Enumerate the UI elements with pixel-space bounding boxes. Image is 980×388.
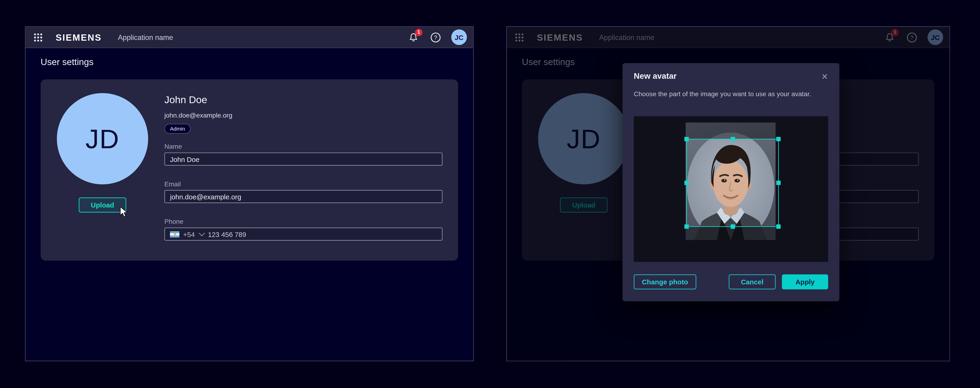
crop-handle-se[interactable]	[776, 224, 781, 229]
profile-info: John Doe john.doe@example.org Admin	[164, 94, 442, 134]
stage: SIEMENS Application name 1 ? JC User set…	[0, 0, 980, 388]
siemens-logo: SIEMENS	[56, 32, 102, 42]
profile-email: john.doe@example.org	[164, 111, 442, 119]
new-avatar-modal: New avatar ✕ Choose the part of the imag…	[622, 63, 839, 301]
cancel-button[interactable]: Cancel	[729, 274, 776, 289]
notifications-button[interactable]: 1	[407, 31, 419, 43]
profile-card: JD Upload John Doe john.doe@example.org …	[41, 80, 458, 261]
close-icon[interactable]: ✕	[819, 72, 830, 82]
app-launcher-icon[interactable]	[33, 32, 43, 42]
email-field-row: Email	[164, 180, 442, 203]
modal-description: Choose the part of the image you want to…	[634, 89, 821, 98]
crop-handle-s[interactable]	[730, 224, 735, 229]
crop-handle-nw[interactable]	[684, 137, 689, 141]
email-label: Email	[164, 180, 442, 188]
avatar-crop-area	[634, 116, 828, 262]
user-settings-window: SIEMENS Application name 1 ? JC User set…	[25, 26, 474, 361]
app-header: SIEMENS Application name 1 ? JC	[25, 27, 473, 48]
phone-input[interactable]: +54 123 456 789	[164, 227, 442, 240]
role-badge: Admin	[164, 124, 191, 134]
user-settings-window-dimmed: SIEMENS Application name 1 ? JC User set…	[506, 26, 950, 361]
crop-selection-box[interactable]	[686, 139, 779, 227]
phone-label: Phone	[164, 218, 442, 225]
user-avatar-button[interactable]: JC	[451, 29, 467, 45]
application-name: Application name	[118, 33, 173, 41]
crop-dim-top	[686, 122, 776, 139]
phone-field-row: Phone +54 123 456 789	[164, 218, 442, 241]
phone-number-value: 123 456 789	[208, 230, 246, 238]
crop-handle-w[interactable]	[684, 181, 689, 185]
help-circle-icon: ?	[430, 32, 441, 43]
crop-dim-bottom	[686, 227, 776, 240]
change-photo-button[interactable]: Change photo	[634, 274, 696, 289]
modal-title: New avatar	[634, 72, 677, 81]
email-input[interactable]	[164, 190, 442, 203]
mouse-cursor-icon	[119, 206, 128, 218]
modal-header: New avatar ✕	[622, 63, 839, 82]
name-label: Name	[164, 142, 442, 150]
crop-handle-sw[interactable]	[684, 224, 689, 229]
help-button[interactable]: ?	[430, 32, 441, 43]
profile-avatar: JD	[57, 93, 148, 184]
svg-text:?: ?	[434, 34, 437, 40]
modal-button-row: Change photo Cancel Apply	[634, 274, 828, 289]
crop-handle-e[interactable]	[776, 181, 781, 185]
crop-handle-n[interactable]	[730, 137, 735, 141]
profile-form: Name Email Phone +54 123 456 789	[164, 142, 442, 255]
screenshot-canvas: SIEMENS Application name 1 ? JC User set…	[0, 0, 980, 388]
name-input[interactable]	[164, 153, 442, 165]
notification-count-badge: 1	[415, 29, 422, 36]
page-title: User settings	[41, 57, 94, 67]
crop-handle-ne[interactable]	[776, 137, 781, 141]
argentina-flag-icon	[170, 231, 179, 237]
name-field-row: Name	[164, 142, 442, 165]
profile-name: John Doe	[164, 94, 442, 105]
apply-button[interactable]: Apply	[782, 274, 828, 289]
dial-code-select[interactable]: +54	[183, 230, 195, 238]
upload-button[interactable]: Upload	[79, 197, 126, 213]
chevron-down-icon	[199, 230, 205, 236]
